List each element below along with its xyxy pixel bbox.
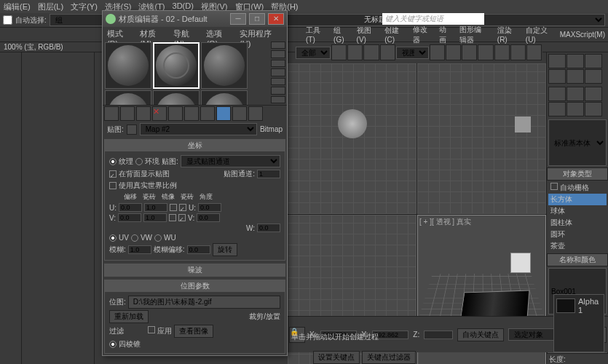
viewport-front[interactable] — [417, 63, 546, 214]
assign-icon[interactable] — [136, 106, 151, 121]
get-material-icon[interactable] — [104, 106, 119, 121]
sample-slot-4[interactable] — [105, 90, 151, 105]
put-to-scene-icon[interactable] — [120, 106, 135, 121]
vw-radio[interactable] — [131, 234, 138, 242]
close-button[interactable]: ✕ — [268, 13, 284, 25]
helpers-cat-icon[interactable] — [566, 102, 584, 116]
environ-radio[interactable] — [135, 158, 143, 165]
sample-type-icon[interactable] — [271, 41, 285, 49]
uv-radio[interactable] — [109, 234, 117, 242]
bitmap-params-rollout-header[interactable]: 位图参数 — [105, 280, 285, 292]
map-type-label[interactable]: Bitmap — [260, 125, 283, 133]
delete-icon[interactable]: ✕ — [152, 106, 167, 121]
make-unique-icon[interactable] — [184, 106, 199, 121]
noise-rollout-header[interactable]: 噪波 — [105, 264, 285, 276]
coords-rollout-header[interactable]: 坐标 — [105, 140, 285, 151]
v-offset-spinner[interactable] — [118, 213, 141, 222]
lights-cat-icon[interactable] — [585, 87, 602, 101]
dlg-menu-options[interactable]: 选项(O) — [206, 28, 234, 39]
sphere-button[interactable]: 球体 — [548, 205, 607, 217]
uv-tiling-icon[interactable] — [271, 68, 285, 76]
real-world-checkbox[interactable] — [109, 182, 117, 189]
wu-radio[interactable] — [154, 234, 162, 242]
dialog-titlebar[interactable]: 材质编辑器 - 02 - Default ─ □ ✕ — [103, 11, 287, 27]
max-menu-render[interactable]: 渲染(R) — [497, 25, 517, 44]
snap-tool[interactable] — [430, 44, 445, 60]
minimize-button[interactable]: ─ — [230, 13, 246, 25]
scale-tool[interactable] — [380, 44, 395, 60]
select-tool[interactable] — [331, 44, 347, 60]
v-angle-spinner[interactable] — [197, 213, 220, 222]
space-warps-icon[interactable] — [585, 102, 602, 116]
u-angle-spinner[interactable] — [198, 203, 221, 212]
menu-text[interactable]: 文字(Y) — [71, 1, 98, 12]
max-menu-customize[interactable]: 自定义(U) — [526, 25, 551, 44]
pick-icon[interactable] — [127, 124, 137, 135]
v-tile-spinner[interactable] — [143, 213, 167, 222]
max-menu-animation[interactable]: 动画 — [439, 25, 451, 45]
go-parent-icon[interactable] — [232, 106, 247, 121]
make-copy-icon[interactable] — [168, 106, 183, 121]
menu-layer[interactable]: 图层(L) — [38, 1, 63, 12]
create-tab-icon[interactable] — [548, 54, 566, 68]
geometry-cat-icon[interactable] — [548, 87, 566, 101]
rotate-button[interactable]: 旋转 — [213, 243, 237, 256]
mirror-tool[interactable] — [462, 44, 477, 60]
mapping-dropdown[interactable]: 显式贴图通道 — [181, 155, 280, 167]
reload-button[interactable]: 重新加载 — [109, 310, 149, 323]
viewport-top[interactable] — [288, 63, 416, 214]
texture-radio[interactable] — [109, 158, 117, 165]
sample-slot-2[interactable] — [153, 42, 200, 89]
alpha-thumbnail[interactable] — [556, 298, 575, 313]
u-mirror-checkbox[interactable] — [170, 204, 177, 211]
max-menu-tools[interactable]: 工具(T) — [306, 25, 325, 44]
max-menu-group[interactable]: 组(G) — [333, 25, 347, 44]
max-menu-graph[interactable]: 图形编辑器 — [459, 25, 489, 45]
box-button[interactable]: 长方体 — [548, 194, 607, 205]
align-tool[interactable] — [478, 44, 493, 60]
options-icon[interactable] — [271, 96, 285, 103]
blur-spinner[interactable] — [128, 245, 151, 254]
bitmap-path-button[interactable]: D:\我的图片\未标题-2.gif — [128, 296, 280, 309]
selection-filter-dropdown[interactable]: 全部 — [296, 47, 331, 59]
motion-tab-icon[interactable] — [548, 69, 566, 84]
dlg-menu-modes[interactable]: 模式(D) — [107, 28, 134, 39]
material-editor-button[interactable] — [494, 44, 510, 60]
show-back-checkbox[interactable] — [109, 170, 117, 178]
auto-select-checkbox[interactable] — [3, 15, 12, 25]
search-input[interactable]: 键入关键字或短语 — [382, 13, 484, 25]
blur-offset-spinner[interactable] — [187, 245, 210, 254]
torus-button[interactable]: 圆环 — [548, 229, 607, 240]
sample-slot-3[interactable] — [201, 42, 248, 89]
dlg-menu-nav[interactable]: 导航(N) — [173, 28, 200, 39]
put-to-library-icon[interactable] — [200, 106, 215, 121]
display-tab-icon[interactable] — [566, 69, 584, 84]
u-offset-spinner[interactable] — [119, 203, 142, 212]
map-channel-spinner[interactable] — [257, 170, 280, 178]
max-menu-modifiers[interactable]: 修改器 — [413, 25, 430, 45]
auto-key-button[interactable]: 自动关键点 — [457, 328, 504, 341]
w-angle-spinner[interactable] — [257, 223, 280, 232]
make-preview-icon[interactable] — [271, 87, 285, 94]
apply-checkbox[interactable] — [148, 326, 155, 333]
view-image-button[interactable]: 查看图像 — [174, 325, 213, 338]
map-name-dropdown[interactable]: Map #2 — [140, 123, 257, 135]
hierarchy-tab-icon[interactable] — [585, 54, 602, 68]
sample-slot-6[interactable] — [201, 90, 248, 105]
render-button[interactable] — [526, 44, 542, 60]
modify-tab-icon[interactable] — [566, 54, 584, 68]
max-menu-maxscript[interactable]: MAXScript(M) — [560, 31, 605, 39]
v-tile-checkbox[interactable] — [178, 214, 186, 221]
video-check-icon[interactable] — [271, 78, 285, 85]
cylinder-button[interactable]: 圆柱体 — [548, 217, 607, 229]
menu-edit[interactable]: 编辑(E) — [4, 1, 31, 12]
max-menu-create[interactable]: 创建(C) — [384, 25, 404, 44]
ref-coord-dropdown[interactable]: 视图 — [396, 47, 429, 59]
sample-slot-5[interactable] — [153, 90, 200, 105]
object-type-rollout[interactable]: 对象类型 — [547, 167, 608, 181]
dlg-menu-material[interactable]: 材质(M) — [140, 28, 167, 39]
move-tool[interactable] — [347, 44, 363, 60]
doc-tab[interactable]: 100% (宝, RGB/B) — [4, 42, 63, 52]
v-mirror-checkbox[interactable] — [169, 214, 176, 221]
cameras-cat-icon[interactable] — [548, 102, 566, 116]
